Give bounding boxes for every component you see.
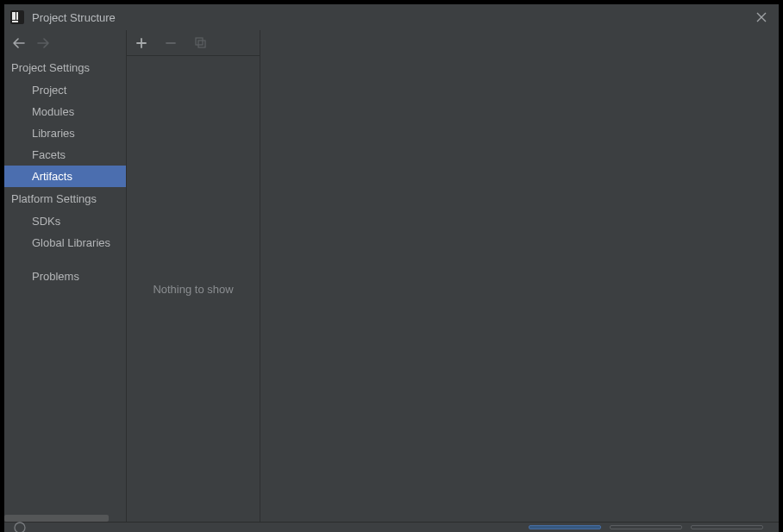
section-header-platform-settings: Platform Settings	[4, 187, 126, 210]
sidebar-item-modules[interactable]: Modules	[4, 101, 126, 122]
window-title: Project Structure	[32, 11, 116, 24]
arrow-left-icon	[13, 38, 25, 48]
app-icon	[9, 9, 25, 25]
section-header-project-settings: Project Settings	[4, 56, 126, 79]
sidebar: Project Settings Project Modules Librari…	[4, 30, 126, 522]
sidebar-item-global-libraries[interactable]: Global Libraries	[4, 232, 126, 253]
close-icon	[756, 12, 767, 22]
arrow-right-icon	[37, 38, 49, 48]
nav-back-button[interactable]	[13, 38, 25, 48]
project-structure-window: Project Structure Proj	[4, 4, 779, 532]
svg-rect-5	[198, 41, 205, 47]
svg-point-6	[15, 523, 25, 533]
copy-icon	[195, 37, 206, 48]
list-panel: Nothing to show	[126, 30, 260, 522]
apply-button[interactable]	[691, 525, 763, 529]
sidebar-item-sdks[interactable]: SDKs	[4, 210, 126, 232]
add-button[interactable]	[134, 35, 149, 51]
ok-button[interactable]	[529, 525, 601, 529]
sidebar-item-facets[interactable]: Facets	[4, 144, 126, 166]
svg-rect-1	[12, 12, 16, 20]
sidebar-item-problems[interactable]: Problems	[4, 266, 126, 287]
nav-forward-button[interactable]	[37, 38, 49, 48]
dialog-body: Project Settings Project Modules Librari…	[4, 30, 779, 522]
detail-panel	[260, 30, 779, 522]
sidebar-item-project[interactable]: Project	[4, 79, 126, 101]
nav-history-buttons	[4, 30, 126, 56]
copy-button[interactable]	[192, 35, 208, 51]
remove-button[interactable]	[163, 35, 179, 51]
empty-state-text: Nothing to show	[153, 283, 233, 296]
cancel-button[interactable]	[610, 525, 682, 529]
minus-icon	[166, 38, 176, 48]
sidebar-item-artifacts[interactable]: Artifacts	[4, 166, 126, 187]
plus-icon	[136, 38, 147, 48]
help-icon	[14, 522, 26, 533]
svg-rect-4	[196, 38, 203, 45]
svg-rect-3	[12, 21, 18, 22]
close-button[interactable]	[749, 5, 774, 29]
sidebar-item-libraries[interactable]: Libraries	[4, 122, 126, 144]
sidebar-gap	[4, 253, 126, 266]
titlebar: Project Structure	[4, 4, 779, 30]
dialog-footer	[4, 522, 779, 532]
list-empty-area: Nothing to show	[127, 56, 260, 522]
help-button[interactable]	[13, 525, 27, 530]
list-toolbar	[127, 30, 260, 56]
svg-rect-2	[16, 12, 18, 20]
sidebar-horizontal-scrollbar[interactable]	[4, 513, 126, 522]
